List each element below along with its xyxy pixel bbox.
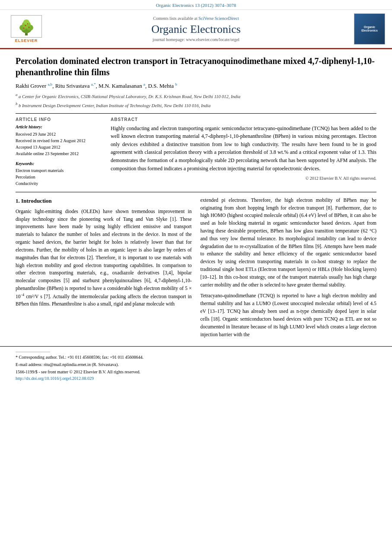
body-col-right: extended pi electrons. Therefore, the hi… bbox=[201, 197, 377, 342]
article-info-heading: Article Info bbox=[16, 117, 102, 122]
footnote-star: * Corresponding author. Tel.: +91 011 45… bbox=[16, 354, 376, 360]
section1-title: 1. Introduction bbox=[16, 197, 192, 205]
authors-text: Rakhi Grover a,b, Ritu Srivastava a,*, M… bbox=[16, 83, 177, 89]
keyword-1: Electron transport materials bbox=[16, 167, 102, 174]
journal-name: Organic Electronics bbox=[46, 22, 346, 36]
affiliations: a a Center for Organic Electronics, CSIR… bbox=[16, 92, 376, 108]
affiliation-b-text: b Instrument Design Development Center, … bbox=[19, 103, 210, 108]
received-date: Received 29 June 2012 bbox=[16, 131, 102, 137]
elsevier-logo-area: ELSEVIER bbox=[7, 15, 46, 43]
history-label: Article history: bbox=[16, 124, 102, 129]
keyword-3: Conductivity bbox=[16, 180, 102, 187]
intro-para-1: Organic light-emitting diodes (OLEDs) ha… bbox=[16, 208, 192, 308]
body-col-left: 1. Introduction Organic light-emitting d… bbox=[16, 197, 192, 342]
abstract-text: Highly conducting and electron transport… bbox=[111, 124, 376, 173]
keywords-label: Keywords: bbox=[16, 161, 102, 166]
authors-line: Rakhi Grover a,b, Ritu Srivastava a,*, M… bbox=[16, 82, 376, 89]
citation-text: Organic Electronics 13 (2012) 3074–3078 bbox=[156, 3, 236, 8]
footer-doi: http://dx.doi.org/10.1016/j.orgel.2012.0… bbox=[16, 375, 376, 382]
body-two-col: 1. Introduction Organic light-emitting d… bbox=[16, 197, 376, 342]
elsevier-logo-image bbox=[11, 15, 42, 38]
svg-point-8 bbox=[25, 25, 26, 26]
svg-point-5 bbox=[23, 19, 29, 25]
sciverse-prefix: Contents lists available at bbox=[153, 16, 198, 21]
footnote-star-text: * Corresponding author. Tel.: +91 011 45… bbox=[16, 355, 143, 360]
journal-header: ELSEVIER Contents lists available at Sci… bbox=[0, 10, 392, 49]
accepted-date: Accepted 13 August 2012 bbox=[16, 144, 102, 150]
intro-para-3: Tetracyano-quinodimethane (TCNQ) is repo… bbox=[201, 292, 377, 338]
affiliation-b: b b Instrument Design Development Center… bbox=[16, 101, 376, 109]
journal-citation: Organic Electronics 13 (2012) 3074–3078 bbox=[0, 0, 392, 10]
journal-homepage: journal homepage: www.elsevier.com/locat… bbox=[46, 37, 346, 42]
revised-date: Received in revised form 2 August 2012 bbox=[16, 137, 102, 144]
article-info-column: Article Info Article history: Received 2… bbox=[16, 117, 102, 187]
footer-divider bbox=[16, 352, 50, 352]
available-date: Available online 23 September 2012 bbox=[16, 150, 102, 157]
journal-title-area: Contents lists available at SciVerse Sci… bbox=[46, 16, 346, 42]
intro-para-2: extended pi electrons. Therefore, the hi… bbox=[201, 197, 377, 289]
journal-cover-area: OrganicElectronics bbox=[346, 13, 385, 45]
elsevier-logo: ELSEVIER bbox=[7, 15, 46, 43]
cover-title: OrganicElectronics bbox=[361, 25, 378, 33]
info-abstract-section: Article Info Article history: Received 2… bbox=[16, 113, 376, 187]
email-label: E-mail address: bbox=[16, 362, 42, 367]
page-footer: * Corresponding author. Tel.: +91 011 45… bbox=[0, 346, 392, 384]
sciverse-link[interactable]: SciVerse ScienceDirect bbox=[198, 16, 239, 21]
affiliation-a: a a Center for Organic Electronics, CSIR… bbox=[16, 92, 376, 100]
issn-text: 1566-1199/$ - see front matter © 2012 El… bbox=[16, 369, 140, 374]
abstract-heading: Abstract bbox=[111, 117, 376, 122]
affiliation-a-text: a Center for Organic Electronics, CSIR-N… bbox=[19, 94, 240, 99]
svg-point-7 bbox=[29, 26, 30, 28]
sciverse-line: Contents lists available at SciVerse Sci… bbox=[46, 16, 346, 21]
elsevier-wordmark: ELSEVIER bbox=[15, 38, 38, 43]
email-value: ritu@mail.nplindia.ernet.in (R. Srivasta… bbox=[44, 362, 119, 367]
page: Organic Electronics 13 (2012) 3074–3078 bbox=[0, 0, 392, 535]
doi-link[interactable]: http://dx.doi.org/10.1016/j.orgel.2012.0… bbox=[16, 376, 94, 381]
body-content: 1. Introduction Organic light-emitting d… bbox=[16, 192, 376, 342]
abstract-column: Abstract Highly conducting and electron … bbox=[111, 117, 376, 187]
keywords-section: Keywords: Electron transport materials P… bbox=[16, 161, 102, 187]
article-title: Percolation dominated electron transport… bbox=[16, 55, 376, 78]
copyright-line: © 2012 Elsevier B.V. All rights reserved… bbox=[111, 176, 376, 181]
keyword-2: Percolation bbox=[16, 174, 102, 180]
main-content: Percolation dominated electron transport… bbox=[0, 49, 392, 346]
footer-issn: 1566-1199/$ - see front matter © 2012 El… bbox=[16, 369, 376, 375]
svg-point-6 bbox=[23, 27, 25, 29]
svg-point-9 bbox=[27, 23, 28, 24]
footnote-email: E-mail address: ritu@mail.nplindia.ernet… bbox=[16, 361, 376, 368]
journal-cover-image: OrganicElectronics bbox=[354, 13, 385, 45]
